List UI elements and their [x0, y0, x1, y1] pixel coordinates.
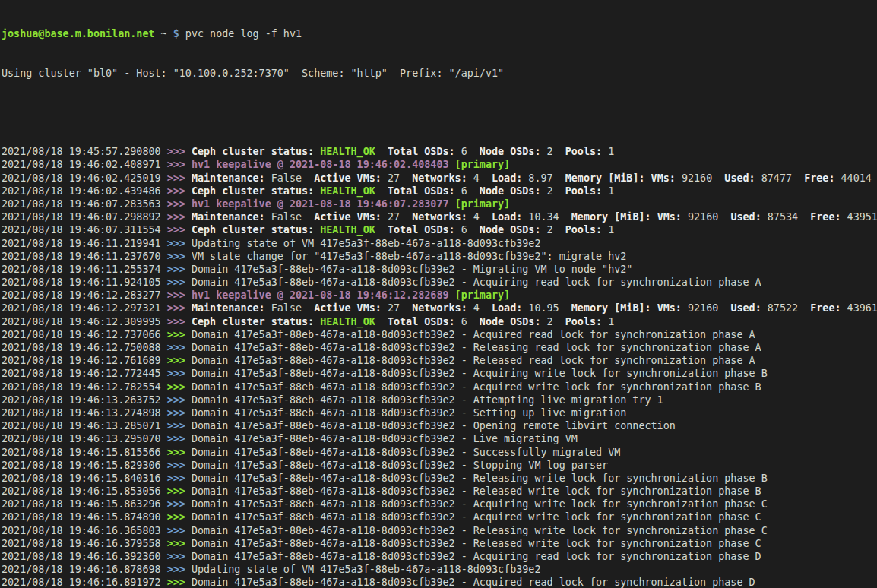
- field-label: Networks:: [412, 172, 467, 184]
- log-line: 2021/08/18 19:46:15.815566 >>> Domain 41…: [2, 446, 877, 459]
- log-timestamp: 2021/08/18 19:46:07.283563: [2, 198, 167, 210]
- log-arrow-icon: >>>: [167, 277, 192, 288]
- log-line: 2021/08/18 19:46:07.298892 >>> Maintenan…: [2, 210, 877, 223]
- field-gap: [553, 316, 565, 327]
- log-message: Domain 417e5a3f-88eb-467a-a118-8d093cfb3…: [192, 551, 761, 562]
- log-line: 2021/08/18 19:46:13.285071 >>> Domain 41…: [2, 419, 877, 432]
- log-line: 2021/08/18 19:46:15.829306 >>> Domain 41…: [2, 459, 877, 472]
- prompt-user-host: joshua@base.m.bonilan.net: [2, 28, 155, 40]
- log-timestamp: 2021/08/18 19:46:11.924105: [2, 277, 167, 288]
- field-value: 27: [382, 211, 412, 223]
- log-line: 2021/08/18 19:45:57.290800 >>> Ceph clus…: [2, 145, 877, 158]
- log-arrow-icon: >>>: [167, 420, 192, 432]
- log-arrow-icon: >>>: [167, 498, 192, 510]
- keepalive-message: hv1 keepalive @ 2021-08-18 19:46:12.2826…: [192, 289, 455, 301]
- prompt-line: joshua@base.m.bonilan.net ~ $ pvc node l…: [2, 27, 877, 40]
- prompt-cwd: ~: [161, 28, 167, 40]
- field-value: 6: [455, 316, 467, 327]
- field-label: Pools:: [565, 185, 602, 197]
- space: [167, 28, 173, 40]
- field-value: 87522: [761, 302, 811, 314]
- log-timestamp: 2021/08/18 19:46:12.309995: [2, 316, 167, 327]
- log-line: 2021/08/18 19:46:12.309995 >>> Ceph clus…: [2, 315, 877, 328]
- log-timestamp: 2021/08/18 19:46:12.761689: [2, 355, 167, 366]
- log-arrow-icon: >>>: [167, 394, 192, 406]
- field-label: Networks:: [412, 302, 467, 314]
- log-line: 2021/08/18 19:46:15.874890 >>> Domain 41…: [2, 511, 877, 523]
- field-value: 87477: [755, 172, 805, 184]
- log-message: Domain 417e5a3f-88eb-467a-a118-8d093cfb3…: [192, 264, 632, 275]
- log-timestamp: 2021/08/18 19:46:12.782554: [2, 381, 167, 393]
- log-arrow-icon: >>>: [167, 538, 192, 549]
- log-arrow-icon: >>>: [167, 146, 192, 157]
- log-message: Domain 417e5a3f-88eb-467a-a118-8d093cfb3…: [192, 577, 755, 588]
- log-timestamp: 2021/08/18 19:46:02.439486: [2, 185, 167, 197]
- log-timestamp: 2021/08/18 19:46:02.425019: [2, 172, 167, 184]
- log-line: 2021/08/18 19:46:16.392360 >>> Domain 41…: [2, 550, 877, 563]
- field-value: 27: [382, 302, 412, 314]
- log-timestamp: 2021/08/18 19:46:16.891972: [2, 577, 167, 588]
- log-timestamp: 2021/08/18 19:46:13.263752: [2, 394, 167, 406]
- field-value: 2: [540, 185, 552, 197]
- log-message: Domain 417e5a3f-88eb-467a-a118-8d093cfb3…: [192, 368, 768, 379]
- log-line: 2021/08/18 19:46:12.782554 >>> Domain 41…: [2, 381, 877, 394]
- field-value: 1: [602, 316, 614, 327]
- log-arrow-icon: >>>: [167, 289, 192, 301]
- log-message: Domain 417e5a3f-88eb-467a-a118-8d093cfb3…: [192, 498, 768, 510]
- log-line: 2021/08/18 19:46:12.737066 >>> Domain 41…: [2, 328, 877, 341]
- log-message: Domain 417e5a3f-88eb-467a-a118-8d093cfb3…: [192, 381, 761, 393]
- prompt-symbol: $: [173, 28, 179, 40]
- field-label: Ceph cluster status:: [192, 146, 320, 157]
- field-gap: [467, 224, 480, 236]
- field-gap: [375, 146, 388, 157]
- field-gap: [553, 185, 565, 197]
- field-value: 1: [602, 224, 614, 236]
- field-label: Total OSDs:: [388, 316, 455, 327]
- field-value: 10.95: [522, 302, 571, 314]
- log-timestamp: 2021/08/18 19:46:16.878698: [2, 564, 167, 575]
- log-arrow-icon: >>>: [167, 185, 192, 197]
- field-label: Load:: [492, 211, 522, 223]
- log-arrow-icon: >>>: [167, 407, 192, 419]
- field-label: Used:: [730, 211, 761, 223]
- field-value: 92160: [682, 211, 731, 223]
- log-line: 2021/08/18 19:46:13.274898 >>> Domain 41…: [2, 406, 877, 419]
- field-value: 87534: [761, 211, 811, 223]
- log-line: 2021/08/18 19:46:15.840316 >>> Domain 41…: [2, 472, 877, 485]
- log-message: Updating state of VM 417e5a3f-88eb-467a-…: [192, 564, 541, 575]
- field-gap: [375, 185, 388, 197]
- log-arrow-icon: >>>: [167, 198, 192, 210]
- log-message: Domain 417e5a3f-88eb-467a-a118-8d093cfb3…: [192, 342, 761, 353]
- log-line: 2021/08/18 19:46:02.439486 >>> Ceph clus…: [2, 185, 877, 198]
- field-label: Pools:: [565, 224, 602, 236]
- log-line: 2021/08/18 19:46:11.255374 >>> Domain 41…: [2, 263, 877, 276]
- field-value: 4: [467, 302, 492, 314]
- log-timestamp: 2021/08/18 19:46:12.283277: [2, 289, 167, 301]
- field-label: Node OSDs:: [480, 146, 541, 157]
- field-value: 4: [467, 172, 492, 184]
- log-arrow-icon: >>>: [167, 577, 192, 588]
- field-label: Active VMs:: [314, 302, 382, 314]
- field-value: 6: [455, 224, 467, 236]
- field-value: 1: [602, 146, 614, 157]
- command-text: pvc node log -f hv1: [185, 28, 302, 40]
- log-timestamp: 2021/08/18 19:46:07.298892: [2, 211, 167, 223]
- field-value: 6: [455, 185, 467, 197]
- log-arrow-icon: >>>: [167, 551, 192, 562]
- log-timestamp: 2021/08/18 19:46:11.237670: [2, 251, 167, 262]
- log-timestamp: 2021/08/18 19:46:13.274898: [2, 407, 167, 419]
- field-label: Used:: [730, 302, 761, 314]
- log-arrow-icon: >>>: [167, 172, 192, 184]
- field-gap: [375, 316, 388, 327]
- log-line: 2021/08/18 19:46:12.761689 >>> Domain 41…: [2, 354, 877, 367]
- log-line: 2021/08/18 19:46:11.237670 >>> VM state …: [2, 250, 877, 263]
- log-message: Domain 417e5a3f-88eb-467a-a118-8d093cfb3…: [192, 525, 768, 536]
- log-timestamp: 2021/08/18 19:46:16.365803: [2, 525, 167, 536]
- log-timestamp: 2021/08/18 19:46:02.408971: [2, 159, 167, 170]
- field-value: 44014: [834, 172, 871, 184]
- log-line: 2021/08/18 19:46:12.750088 >>> Domain 41…: [2, 341, 877, 354]
- log-timestamp: 2021/08/18 19:46:12.297321: [2, 302, 167, 314]
- field-value: 92160: [682, 302, 731, 314]
- log-timestamp: 2021/08/18 19:45:57.290800: [2, 146, 167, 157]
- log-line: 2021/08/18 19:46:11.924105 >>> Domain 41…: [2, 276, 877, 289]
